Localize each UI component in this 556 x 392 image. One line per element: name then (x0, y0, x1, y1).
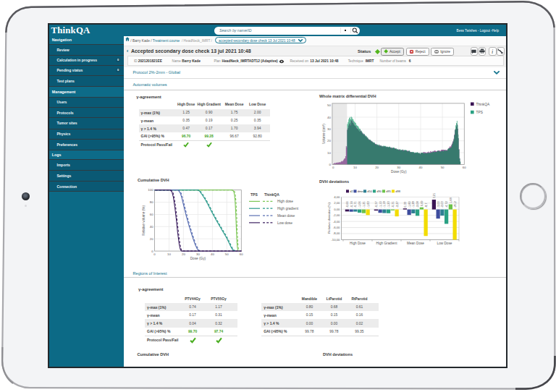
svg-text:High Dose: High Dose (350, 242, 366, 245)
svg-text:ThinkQA: ThinkQA (476, 103, 490, 106)
svg-text:Volume (cm³): Volume (cm³) (322, 124, 326, 144)
svg-text:d2: d2 (350, 189, 353, 193)
svg-text:0: 0 (329, 163, 332, 166)
svg-text:30: 30 (397, 166, 400, 169)
svg-text:40: 40 (150, 225, 153, 229)
svg-text:4,00: 4,00 (334, 195, 340, 199)
svg-text:30: 30 (327, 127, 331, 131)
svg-text:-1,28: -1,28 (411, 201, 415, 208)
svg-text:d98: d98 (395, 189, 401, 193)
svg-text:-1,23: -1,23 (387, 201, 390, 208)
svg-text:50: 50 (225, 252, 229, 256)
svg-text:30: 30 (196, 252, 200, 256)
svg-text:Mean dose: Mean dose (277, 214, 295, 218)
svg-text:-0,31: -0,31 (391, 201, 395, 208)
svg-text:-1,06: -1,06 (358, 201, 361, 208)
svg-text:0: 0 (153, 252, 156, 256)
svg-text:d50: d50 (367, 189, 373, 193)
svg-text:-1,80: -1,80 (408, 201, 411, 208)
svg-text:d90: d90 (376, 189, 382, 193)
svg-text:20: 20 (150, 237, 153, 241)
svg-text:-4,00: -4,00 (333, 220, 340, 223)
svg-text:2,00: 2,00 (334, 201, 340, 205)
svg-text:-0,37: -0,37 (374, 201, 378, 208)
svg-text:TPS: TPS (476, 111, 483, 114)
svg-text:-2,00: -2,00 (333, 213, 340, 217)
svg-text:-0,71: -0,71 (353, 201, 357, 208)
svg-text:-8,7: -8,7 (424, 203, 428, 208)
svg-text:20: 20 (327, 139, 331, 142)
svg-text:Low Dose: Low Dose (437, 242, 452, 245)
svg-text:TPS: TPS (250, 192, 258, 197)
svg-text:-8,00: -8,00 (333, 231, 340, 235)
svg-text:3,21: 3,21 (432, 192, 436, 199)
svg-text:50: 50 (441, 166, 445, 169)
svg-text:-0,66: -0,66 (345, 201, 349, 208)
svg-text:60: 60 (240, 252, 243, 256)
svg-text:-3,00: -3,00 (437, 201, 440, 208)
svg-text:20: 20 (375, 166, 379, 169)
svg-text:50: 50 (327, 103, 331, 107)
svg-text:-2,08: -2,08 (416, 201, 419, 208)
svg-text:Dose (Gy): Dose (Gy) (190, 257, 206, 260)
svg-text:-2,03: -2,03 (440, 201, 444, 208)
svg-text:10: 10 (353, 166, 357, 169)
svg-text:-1,21: -1,21 (362, 201, 366, 208)
svg-text:10: 10 (327, 151, 331, 155)
svg-text:100: 100 (148, 188, 153, 192)
svg-text:-4,72: -4,72 (445, 201, 448, 208)
svg-text:1,68: 1,68 (449, 197, 452, 203)
svg-text:-1,83: -1,83 (366, 201, 370, 208)
svg-text:20: 20 (182, 252, 185, 256)
svg-text:40: 40 (419, 166, 423, 169)
svg-text:40: 40 (327, 116, 331, 119)
svg-text:d95: d95 (386, 189, 392, 193)
svg-text:0,00: 0,00 (334, 208, 340, 211)
svg-text:Dose (Gy): Dose (Gy) (391, 170, 407, 174)
svg-text:40: 40 (211, 252, 214, 256)
svg-text:0,69: 0,69 (420, 200, 424, 207)
svg-text:Mean Dose: Mean Dose (407, 242, 424, 245)
svg-text:-10,00: -10,00 (331, 238, 340, 242)
svg-text:High gradient: High gradient (277, 207, 299, 210)
svg-text:60: 60 (463, 166, 466, 169)
svg-text:60: 60 (150, 213, 153, 216)
svg-text:-1,10: -1,10 (379, 201, 382, 208)
svg-text:0,33: 0,33 (403, 201, 407, 208)
svg-text:0: 0 (332, 166, 334, 169)
svg-text:-6,00: -6,00 (333, 226, 340, 229)
svg-text:-1,18: -1,18 (382, 201, 386, 208)
svg-text:-0,74: -0,74 (350, 201, 353, 208)
svg-text:-25,2: -25,2 (453, 201, 457, 208)
svg-text:-2,27: -2,27 (395, 201, 399, 208)
svg-text:High Gradient: High Gradient (376, 242, 398, 245)
svg-text:High dose: High dose (277, 200, 293, 203)
svg-text:ThinkQA: ThinkQA (264, 192, 279, 197)
svg-text:10: 10 (167, 252, 171, 256)
svg-text:Relative volume (%): Relative volume (%) (142, 205, 146, 236)
svg-text:i: i (492, 48, 493, 54)
svg-text:Low dose: Low dose (277, 221, 292, 225)
svg-text:80: 80 (150, 200, 153, 204)
svg-text:Relative deviation (%): Relative deviation (%) (327, 203, 331, 234)
